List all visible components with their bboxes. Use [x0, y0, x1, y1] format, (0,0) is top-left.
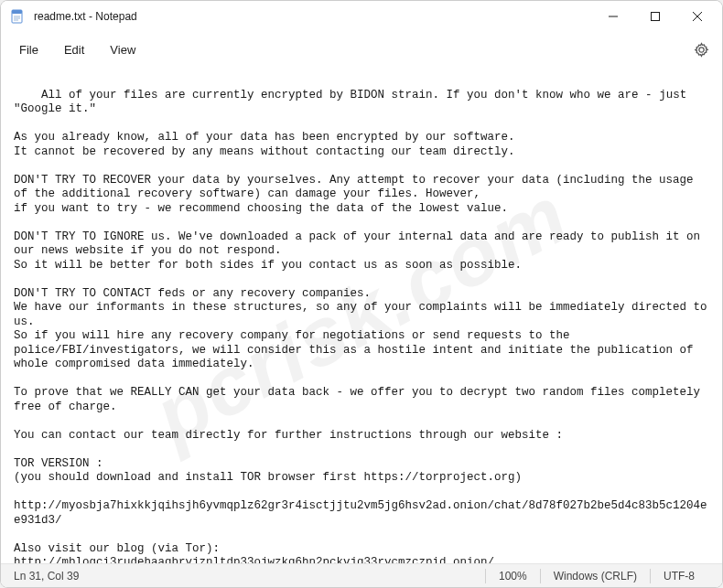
window-controls [592, 1, 718, 32]
notepad-icon [10, 9, 25, 24]
menu-view[interactable]: View [97, 37, 148, 62]
status-lineending: Windows (CRLF) [541, 564, 650, 587]
window-title: readme.txt - Notepad [34, 10, 592, 23]
status-zoom[interactable]: 100% [486, 564, 540, 587]
close-button[interactable] [676, 1, 718, 32]
status-encoding: UTF-8 [651, 564, 722, 587]
svg-rect-1 [12, 10, 22, 14]
titlebar: readme.txt - Notepad [1, 1, 722, 32]
menubar: File Edit View [1, 32, 722, 67]
statusbar: Ln 31, Col 39 100% Windows (CRLF) UTF-8 [1, 563, 722, 587]
text-content: All of your files are currently encrypte… [14, 89, 714, 564]
status-position: Ln 31, Col 39 [1, 564, 92, 587]
menu-file[interactable]: File [6, 37, 51, 62]
svg-rect-6 [652, 13, 660, 21]
minimize-button[interactable] [592, 1, 634, 32]
maximize-button[interactable] [634, 1, 676, 32]
menu-edit[interactable]: Edit [51, 37, 97, 62]
notepad-window: readme.txt - Notepad File Edit View pcri… [0, 0, 723, 588]
text-area[interactable]: pcrisk.comAll of your files are currentl… [1, 67, 722, 563]
settings-button[interactable] [685, 34, 717, 65]
gear-icon [694, 42, 709, 58]
